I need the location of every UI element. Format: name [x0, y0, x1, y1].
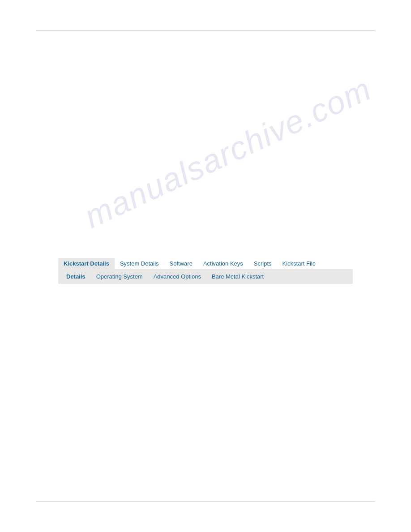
- top-divider: [36, 30, 375, 31]
- tab-details[interactable]: Details: [61, 271, 91, 282]
- tab-activation-keys[interactable]: Activation Keys: [198, 258, 248, 269]
- tabs-row-2: Details Operating System Advanced Option…: [58, 269, 353, 284]
- tab-software[interactable]: Software: [164, 258, 198, 269]
- tab-system-details[interactable]: System Details: [115, 258, 164, 269]
- nav-tabs-container: Kickstart Details System Details Softwar…: [58, 258, 353, 284]
- tab-operating-system[interactable]: Operating System: [91, 271, 148, 282]
- tab-scripts[interactable]: Scripts: [248, 258, 277, 269]
- tab-kickstart-details[interactable]: Kickstart Details: [58, 258, 115, 269]
- watermark: manualsarchive.com: [74, 68, 381, 237]
- tab-kickstart-file[interactable]: Kickstart File: [277, 258, 321, 269]
- tab-advanced-options[interactable]: Advanced Options: [148, 271, 206, 282]
- tab-bare-metal-kickstart[interactable]: Bare Metal Kickstart: [206, 271, 269, 282]
- tabs-row-1: Kickstart Details System Details Softwar…: [58, 258, 353, 269]
- page-container: Kickstart Details System Details Softwar…: [0, 0, 411, 532]
- bottom-divider: [36, 501, 375, 502]
